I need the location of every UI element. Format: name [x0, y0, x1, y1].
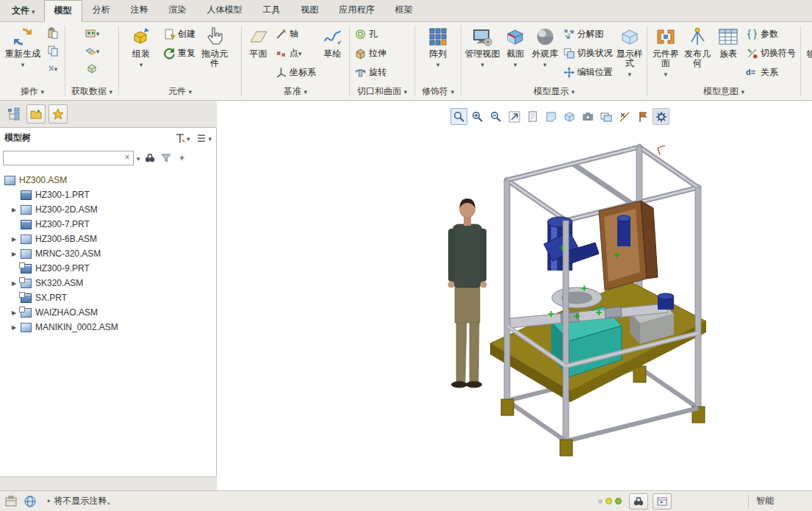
clipped-view-button[interactable]: [542, 108, 559, 125]
create-component-button[interactable]: 创建: [161, 24, 198, 43]
pattern-button[interactable]: 阵列: [418, 24, 458, 70]
group-label-datum[interactable]: 基准: [242, 85, 349, 99]
delete-button[interactable]: ×: [43, 60, 62, 77]
browser-toggle-button[interactable]: [21, 493, 40, 510]
tab-manikin[interactable]: 人体模型: [197, 0, 253, 21]
shrinkwrap-button[interactable]: [82, 60, 101, 77]
copy-geometry-button[interactable]: [82, 42, 101, 60]
toolbar-options-button[interactable]: [653, 108, 669, 125]
tree-item[interactable]: HZ300.ASM: [0, 173, 216, 187]
3d-scene[interactable]: [217, 101, 812, 490]
switch-state-button[interactable]: 切换状况: [561, 43, 615, 62]
sketch-button[interactable]: 草绘: [318, 24, 347, 60]
tree-item[interactable]: WAIZHAO.ASM: [0, 305, 216, 320]
switch-symbols-button[interactable]: 切换符号: [744, 43, 798, 62]
drag-component-button[interactable]: 拖动元件: [198, 24, 231, 69]
favorites-tab[interactable]: [48, 104, 68, 124]
find-button[interactable]: [143, 151, 157, 165]
folder-browser-tab[interactable]: [26, 104, 46, 124]
refit-button[interactable]: [506, 108, 522, 125]
annotation-display-button[interactable]: [634, 108, 651, 125]
expand-arrow-icon[interactable]: [12, 251, 21, 257]
group-label-cut-surface[interactable]: 切口和曲面: [350, 85, 414, 99]
explode-view-button[interactable]: 分解图: [561, 24, 615, 43]
expand-all-button[interactable]: +: [176, 151, 189, 165]
csys-button[interactable]: 坐标系: [273, 62, 318, 82]
component-interface-button[interactable]: 元件界面: [650, 24, 681, 79]
tab-framework[interactable]: 框架: [385, 0, 423, 21]
expand-arrow-icon[interactable]: [12, 236, 21, 243]
zoom-in-button[interactable]: [469, 108, 486, 125]
expand-arrow-icon[interactable]: [12, 324, 21, 331]
tab-annotate[interactable]: 注释: [121, 0, 159, 21]
hole-button[interactable]: 孔: [352, 24, 389, 43]
manikin[interactable]: [448, 199, 487, 388]
group-label-get-data[interactable]: 获取数据: [65, 85, 118, 99]
search-model-button[interactable]: [629, 493, 648, 510]
tab-tools[interactable]: 工具: [253, 0, 291, 21]
group-label-model-intent[interactable]: 模型意图: [647, 85, 800, 99]
point-button[interactable]: 点: [273, 43, 318, 62]
file-menu-button[interactable]: 文件: [3, 1, 44, 21]
assemble-button[interactable]: 组装: [121, 24, 161, 70]
group-label-model-display[interactable]: 模型显示: [461, 85, 647, 99]
revolve-button[interactable]: 旋转: [352, 62, 389, 82]
copy-button[interactable]: [43, 42, 62, 60]
model-tree-tab[interactable]: [4, 104, 24, 124]
repeat-button[interactable]: 重复: [161, 43, 198, 62]
tree-display-options-button[interactable]: [174, 132, 190, 144]
tree-item[interactable]: HZ300-7.PRT: [0, 217, 216, 232]
tree-item[interactable]: HZ300-9.PRT: [0, 261, 216, 276]
display-style-button[interactable]: 显示样式: [615, 24, 644, 79]
zoom-out-button[interactable]: [487, 108, 504, 125]
tree-item[interactable]: HZ300-2D.ASM: [0, 202, 216, 217]
edit-position-button[interactable]: 编辑位置: [561, 62, 615, 82]
group-label-modifiers[interactable]: 修饰符: [415, 85, 461, 99]
zoom-region-button[interactable]: [450, 108, 467, 125]
publish-geometry-button[interactable]: 发布几何: [681, 24, 713, 69]
tab-applications[interactable]: 应用程序: [329, 0, 385, 21]
repaint-button[interactable]: [524, 108, 541, 125]
chevron-down-icon[interactable]: [137, 153, 140, 163]
view-manager-button[interactable]: [597, 108, 614, 125]
tab-analysis[interactable]: 分析: [82, 0, 121, 21]
paste-button[interactable]: [43, 24, 62, 42]
tab-view[interactable]: 视图: [291, 0, 329, 21]
saved-views-button[interactable]: [579, 108, 596, 125]
tab-model[interactable]: 模型: [44, 0, 82, 22]
expand-arrow-icon[interactable]: [12, 207, 21, 213]
relations-button[interactable]: d=关系: [744, 62, 798, 82]
family-table-button[interactable]: 族表: [714, 24, 744, 60]
display-style-button-vp[interactable]: [561, 108, 578, 125]
manage-views-button[interactable]: 管理视图: [464, 24, 501, 70]
tree-item[interactable]: SK320.ASM: [0, 276, 216, 290]
3d-viewport[interactable]: [217, 101, 812, 490]
parameters-button[interactable]: 参数: [744, 24, 798, 43]
blue-motor-upper[interactable]: [617, 215, 630, 246]
tree-item[interactable]: HZ300-6B.ASM: [0, 232, 216, 246]
model-player-button[interactable]: [653, 493, 672, 510]
appearance-gallery-button[interactable]: 外观库: [529, 24, 560, 70]
safety-frame-side-posts[interactable]: [692, 187, 705, 423]
tab-render[interactable]: 渲染: [159, 0, 197, 21]
filter-button[interactable]: [159, 151, 173, 165]
group-label-component[interactable]: 元件: [119, 85, 241, 99]
tree-settings-button[interactable]: [195, 132, 212, 144]
rotary-table-flange[interactable]: [552, 287, 602, 308]
navigator-toggle-button[interactable]: [1, 493, 21, 510]
extrude-button[interactable]: 拉伸: [352, 43, 389, 62]
group-label-operations[interactable]: 操作: [0, 85, 65, 99]
selection-filter[interactable]: 智能: [756, 495, 774, 507]
tree-item[interactable]: SX.PRT: [0, 290, 216, 305]
section-button[interactable]: 截面: [501, 24, 530, 70]
tree-item[interactable]: MRNC-320.ASM: [0, 246, 216, 261]
clear-search-icon[interactable]: ×: [122, 151, 132, 163]
regenerate-button[interactable]: 重新生成: [2, 24, 43, 70]
user-defined-feature-button[interactable]: [82, 24, 101, 42]
bom-button[interactable]: 物料清单: [803, 24, 812, 69]
plane-button[interactable]: 平面: [244, 24, 273, 60]
robot-arm[interactable]: [544, 217, 599, 271]
tree-search-input[interactable]: [3, 151, 134, 165]
datum-display-button[interactable]: [616, 108, 633, 125]
axis-button[interactable]: 轴: [273, 24, 318, 43]
